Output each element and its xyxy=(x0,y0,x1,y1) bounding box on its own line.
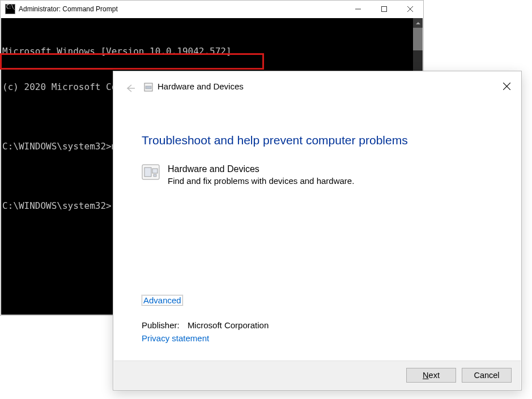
close-button[interactable] xyxy=(397,1,423,18)
troubleshooter-title: Hardware and Devices xyxy=(158,81,244,91)
cmd-icon xyxy=(5,4,15,14)
command-prompt-title: Administrator: Command Prompt xyxy=(19,5,118,13)
svg-rect-9 xyxy=(144,168,151,177)
scroll-up-button[interactable] xyxy=(413,18,423,28)
publisher-label: Publisher: xyxy=(142,320,180,330)
svg-rect-10 xyxy=(152,169,158,173)
svg-rect-1 xyxy=(382,7,387,12)
hardware-devices-icon xyxy=(142,163,160,181)
maximize-button[interactable] xyxy=(371,1,397,18)
troubleshooter-body: Troubleshoot and help prevent computer p… xyxy=(142,134,493,187)
advanced-link[interactable]: Advanced xyxy=(142,295,183,306)
close-button[interactable] xyxy=(499,78,514,94)
minimize-button[interactable] xyxy=(345,1,371,18)
troubleshooter-item-title: Hardware and Devices xyxy=(168,163,354,175)
cancel-button[interactable]: Cancel xyxy=(462,368,512,383)
troubleshooter-heading: Troubleshoot and help prevent computer p… xyxy=(142,134,493,147)
back-button[interactable] xyxy=(124,81,137,95)
svg-rect-5 xyxy=(146,86,151,89)
troubleshooter-item: Hardware and Devices Find and fix proble… xyxy=(142,163,493,187)
troubleshooter-window: Hardware and Devices Troubleshoot and he… xyxy=(113,71,522,391)
publisher-value: Microsoft Corporation xyxy=(188,320,269,330)
next-button[interactable]: Next xyxy=(406,368,456,383)
troubleshooter-item-description: Find and fix problems with devices and h… xyxy=(168,175,354,187)
command-prompt-titlebar[interactable]: Administrator: Command Prompt xyxy=(1,1,423,18)
privacy-statement-link[interactable]: Privacy statement xyxy=(142,333,493,343)
troubleshooter-footer: Next Cancel xyxy=(114,361,521,389)
svg-rect-11 xyxy=(154,174,156,177)
cmd-line: Microsoft Windows [Version 10.0.19042.57… xyxy=(2,45,286,57)
troubleshooter-icon xyxy=(144,83,153,92)
troubleshooter-header: Hardware and Devices xyxy=(113,71,521,103)
scroll-thumb[interactable] xyxy=(413,28,423,50)
troubleshooter-lower: Advanced Publisher: Microsoft Corporatio… xyxy=(142,295,493,343)
